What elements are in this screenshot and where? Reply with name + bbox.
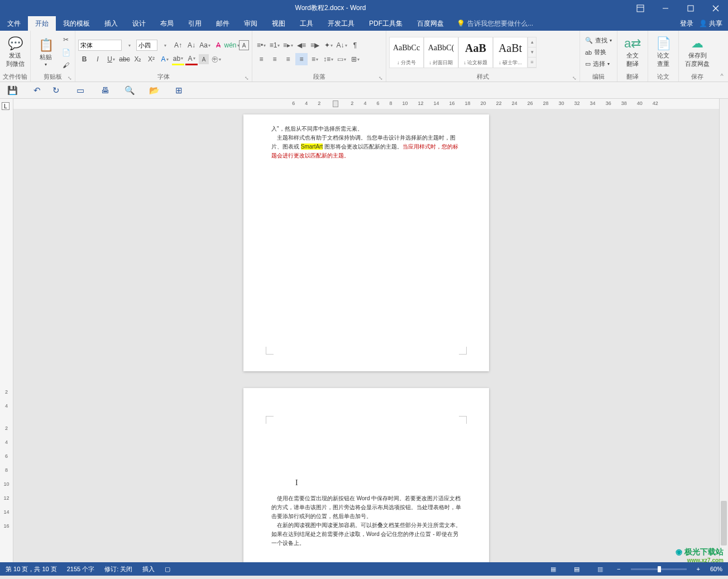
styles-scroll[interactable]: ▴▾≡ <box>528 37 537 68</box>
tab-layout[interactable]: 布局 <box>153 16 181 31</box>
translate-button[interactable]: a⇄全文 翻译 <box>620 34 645 71</box>
zoom-out-button[interactable]: − <box>617 566 620 572</box>
print-layout-button[interactable]: ▤ <box>570 563 583 575</box>
grow-font-button[interactable]: A↑ <box>172 39 184 51</box>
shrink-font-button[interactable]: A↓ <box>185 39 198 51</box>
asian-layout-button[interactable]: ✦ <box>322 39 334 51</box>
qat-new-button[interactable]: ▭ <box>75 85 86 96</box>
word-count[interactable]: 2155 个字 <box>67 565 95 573</box>
font-color-button[interactable]: A <box>185 53 198 65</box>
tab-review[interactable]: 审阅 <box>237 16 265 31</box>
decrease-indent-button[interactable]: ◀≡ <box>295 39 308 51</box>
style-item[interactable]: AaB↓ 论文标题 <box>458 37 493 68</box>
zoom-in-button[interactable]: + <box>697 566 700 572</box>
tab-tools[interactable]: 工具 <box>293 16 320 31</box>
page-1[interactable]: 入"，然后从不同库中选择所需元素。 主题和样式也有助于文档保持协调。当您单击设计… <box>243 114 489 371</box>
qat-table-button[interactable]: ⊞ <box>173 85 184 96</box>
page-2[interactable]: 使用在需要位置出现的新按钮在 Word 中保存时间。若要更改图片适应文档的方式，… <box>243 388 489 562</box>
font-name-input[interactable] <box>78 40 122 51</box>
dialog-launcher-icon[interactable]: ⤡ <box>68 75 72 81</box>
style-item[interactable]: AaBbCc↓ 分类号 <box>389 37 424 68</box>
tab-file[interactable]: 文件 <box>0 16 28 31</box>
char-shading-button[interactable]: A <box>199 54 209 64</box>
send-to-wechat-button[interactable]: 💬 发送 到微信 <box>3 34 27 71</box>
undo-button[interactable]: ↶ <box>31 85 42 96</box>
italic-button[interactable]: I <box>92 53 104 65</box>
insert-mode[interactable]: 插入 <box>142 565 155 573</box>
tab-developer[interactable]: 开发工具 <box>320 16 362 31</box>
web-layout-button[interactable]: ▥ <box>593 563 607 575</box>
page-count[interactable]: 第 10 页，共 10 页 <box>6 565 57 573</box>
vertical-ruler[interactable]: L 24 246 81012 1416 <box>0 99 13 562</box>
replace-button[interactable]: ab替换 <box>583 47 614 58</box>
save-to-baidu-button[interactable]: ☁保存到 百度网盘 <box>682 34 713 71</box>
document-text[interactable]: 入"，然后从不同库中选择所需元素。 主题和样式也有助于文档保持协调。当您单击设计… <box>271 125 461 160</box>
close-button[interactable] <box>703 0 728 16</box>
select-button[interactable]: ▭选择▾ <box>583 59 614 70</box>
tell-me-search[interactable]: 💡 告诉我您想要做什么... <box>451 16 680 31</box>
tab-mytemplates[interactable]: 我的模板 <box>56 16 97 31</box>
char-border-button[interactable]: A <box>239 40 249 50</box>
cut-button[interactable]: ✂ <box>60 34 72 46</box>
thesis-check-button[interactable]: 📄论文 查重 <box>651 34 676 71</box>
justify-button[interactable]: ≡ <box>295 53 308 65</box>
line-spacing-button[interactable]: ↕≡ <box>322 53 334 65</box>
distribute-button[interactable]: ≡ <box>309 53 321 65</box>
tab-mailings[interactable]: 邮件 <box>209 16 237 31</box>
tab-references[interactable]: 引用 <box>181 16 209 31</box>
phonetic-button[interactable]: wén <box>226 39 238 51</box>
collapse-ribbon-button[interactable]: ^ <box>716 31 728 82</box>
vertical-scrollbar[interactable] <box>719 99 728 562</box>
enclose-char-button[interactable]: ㊥ <box>210 53 222 65</box>
indent-slider[interactable] <box>333 101 338 107</box>
numbering-button[interactable]: ≡1 <box>269 39 281 51</box>
ribbon-options-icon[interactable] <box>628 0 653 16</box>
tab-baidudisk[interactable]: 百度网盘 <box>410 16 451 31</box>
increase-indent-button[interactable]: ≡▶ <box>309 39 321 51</box>
qat-open-button[interactable]: 📂 <box>149 85 160 96</box>
highlight-button[interactable]: ab <box>172 53 184 65</box>
tab-selector[interactable]: L <box>2 102 9 110</box>
superscript-button[interactable]: X² <box>145 53 157 65</box>
paste-button[interactable]: 📋 粘贴 ▾ <box>33 34 58 71</box>
macro-recorder-icon[interactable]: ▢ <box>165 566 170 573</box>
qat-print-button[interactable]: 🖶 <box>99 85 111 96</box>
horizontal-ruler[interactable]: 642 246 81012 141618 202224 262830 32343… <box>13 99 719 109</box>
style-item[interactable]: AaBt↓ 硕士学... <box>493 37 528 68</box>
subscript-button[interactable]: X₂ <box>132 53 144 65</box>
text-effects-button[interactable]: A <box>159 53 171 65</box>
tab-view[interactable]: 视图 <box>265 16 293 31</box>
font-size-input[interactable] <box>136 40 157 51</box>
multilevel-button[interactable]: ≡▸ <box>282 39 294 51</box>
document-text[interactable]: 使用在需要位置出现的新按钮在 Word 中保存时间。若要更改图片适应文档的方式，… <box>271 494 461 548</box>
dialog-launcher-icon[interactable]: ⤡ <box>245 75 249 81</box>
clear-format-button[interactable]: A̶ <box>212 39 224 51</box>
dialog-launcher-icon[interactable]: ⤡ <box>379 75 383 81</box>
show-marks-button[interactable]: ¶ <box>349 39 361 51</box>
zoom-level[interactable]: 60% <box>710 566 722 572</box>
tab-insert[interactable]: 插入 <box>97 16 125 31</box>
align-right-button[interactable]: ≡ <box>282 53 294 65</box>
tab-home[interactable]: 开始 <box>28 16 56 31</box>
borders-button[interactable]: ⊞ <box>349 53 361 65</box>
redo-button[interactable]: ↻ <box>50 85 61 96</box>
document-scroll[interactable]: 642 246 81012 141618 202224 262830 32343… <box>13 99 719 562</box>
share-button[interactable]: 👤 共享 <box>699 19 722 28</box>
change-case-button[interactable]: Aa <box>199 39 211 51</box>
copy-button[interactable]: 📄 <box>60 46 72 59</box>
shading-button[interactable]: ▭ <box>336 53 348 65</box>
find-button[interactable]: 🔍查找▾ <box>583 35 614 46</box>
login-link[interactable]: 登录 <box>680 19 693 28</box>
font-size-dropdown[interactable] <box>159 39 171 51</box>
align-center-button[interactable]: ≡ <box>269 53 281 65</box>
align-left-button[interactable]: ≡ <box>255 53 267 65</box>
tab-pdftools[interactable]: PDF工具集 <box>362 16 410 31</box>
strikethrough-button[interactable]: abc <box>118 53 131 65</box>
style-item[interactable]: AaBbC(↓ 封面日期 <box>424 37 458 68</box>
font-name-dropdown[interactable] <box>123 39 135 51</box>
save-button[interactable]: 💾 <box>7 85 18 96</box>
bullets-button[interactable]: ≡• <box>255 39 267 51</box>
maximize-button[interactable] <box>678 0 703 16</box>
tab-design[interactable]: 设计 <box>125 16 153 31</box>
track-changes-status[interactable]: 修订: 关闭 <box>104 565 132 573</box>
